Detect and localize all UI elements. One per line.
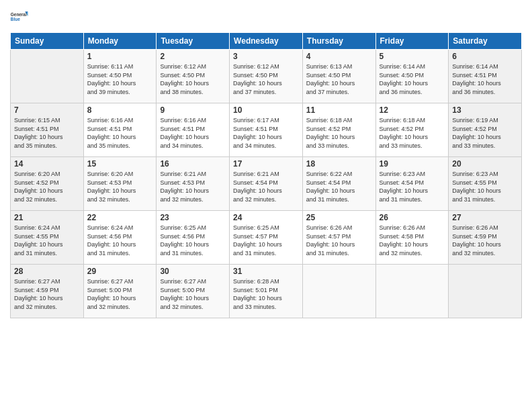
day-info: Sunrise: 6:26 AMSunset: 4:59 PMDaylight:…: [452, 224, 518, 257]
day-number: 15: [87, 159, 153, 169]
day-info: Sunrise: 6:20 AMSunset: 4:53 PMDaylight:…: [87, 170, 153, 203]
day-number: 24: [233, 213, 299, 222]
day-info: Sunrise: 6:17 AMSunset: 4:51 PMDaylight:…: [233, 116, 299, 150]
logo: GeneralBlue: [10, 7, 30, 27]
day-number: 31: [233, 267, 299, 276]
day-info: Sunrise: 6:19 AMSunset: 4:52 PMDaylight:…: [452, 116, 518, 150]
weekday-header: Friday: [375, 33, 449, 50]
calendar-cell: 1Sunrise: 6:11 AMSunset: 4:50 PMDaylight…: [83, 50, 157, 103]
calendar-cell: 23Sunrise: 6:25 AMSunset: 4:56 PMDayligh…: [157, 211, 230, 265]
calendar-cell: 28Sunrise: 6:27 AMSunset: 4:59 PMDayligh…: [11, 265, 84, 318]
weekday-header: Saturday: [449, 33, 522, 50]
calendar-cell: 18Sunrise: 6:22 AMSunset: 4:54 PMDayligh…: [302, 157, 375, 211]
day-info: Sunrise: 6:13 AMSunset: 4:50 PMDaylight:…: [306, 62, 372, 96]
day-number: 29: [87, 267, 153, 276]
logo-icon: GeneralBlue: [10, 7, 30, 27]
calendar-cell: [11, 50, 84, 103]
day-number: 11: [306, 105, 372, 115]
calendar-cell: 26Sunrise: 6:26 AMSunset: 4:58 PMDayligh…: [375, 211, 449, 265]
day-info: Sunrise: 6:16 AMSunset: 4:51 PMDaylight:…: [160, 116, 226, 150]
day-info: Sunrise: 6:14 AMSunset: 4:50 PMDaylight:…: [380, 62, 445, 96]
calendar-cell: 11Sunrise: 6:18 AMSunset: 4:52 PMDayligh…: [302, 103, 375, 157]
calendar-cell: 16Sunrise: 6:21 AMSunset: 4:53 PMDayligh…: [157, 157, 230, 211]
calendar-cell: 5Sunrise: 6:14 AMSunset: 4:50 PMDaylight…: [375, 50, 449, 103]
calendar-cell: 21Sunrise: 6:24 AMSunset: 4:55 PMDayligh…: [11, 211, 84, 265]
day-number: 27: [452, 213, 518, 222]
day-info: Sunrise: 6:18 AMSunset: 4:52 PMDaylight:…: [306, 116, 372, 150]
day-number: 21: [14, 213, 80, 222]
calendar-cell: 31Sunrise: 6:28 AMSunset: 5:01 PMDayligh…: [230, 265, 303, 318]
weekday-header: Monday: [83, 33, 157, 50]
weekday-header-row: SundayMondayTuesdayWednesdayThursdayFrid…: [11, 33, 522, 50]
calendar-cell: 30Sunrise: 6:27 AMSunset: 5:00 PMDayligh…: [157, 265, 230, 318]
weekday-header: Tuesday: [157, 33, 230, 50]
calendar-cell: 7Sunrise: 6:15 AMSunset: 4:51 PMDaylight…: [11, 103, 84, 157]
calendar-cell: 8Sunrise: 6:16 AMSunset: 4:51 PMDaylight…: [83, 103, 157, 157]
calendar-cell: 22Sunrise: 6:24 AMSunset: 4:56 PMDayligh…: [83, 211, 157, 265]
weekday-header: Thursday: [302, 33, 375, 50]
weekday-header: Sunday: [11, 33, 84, 50]
day-number: 23: [160, 213, 226, 222]
svg-text:Blue: Blue: [11, 17, 20, 21]
calendar-cell: 27Sunrise: 6:26 AMSunset: 4:59 PMDayligh…: [449, 211, 522, 265]
day-info: Sunrise: 6:21 AMSunset: 4:53 PMDaylight:…: [160, 170, 226, 203]
calendar-cell: 20Sunrise: 6:23 AMSunset: 4:55 PMDayligh…: [449, 157, 522, 211]
calendar-week-row: 7Sunrise: 6:15 AMSunset: 4:51 PMDaylight…: [11, 103, 522, 157]
day-number: 10: [233, 105, 299, 115]
day-number: 19: [380, 159, 445, 169]
day-info: Sunrise: 6:18 AMSunset: 4:52 PMDaylight:…: [380, 116, 445, 150]
calendar-cell: [375, 265, 449, 318]
calendar-cell: [302, 265, 375, 318]
day-number: 6: [452, 52, 518, 61]
day-info: Sunrise: 6:26 AMSunset: 4:57 PMDaylight:…: [306, 224, 372, 257]
calendar-week-row: 1Sunrise: 6:11 AMSunset: 4:50 PMDaylight…: [11, 50, 522, 103]
day-info: Sunrise: 6:20 AMSunset: 4:52 PMDaylight:…: [14, 170, 80, 203]
day-number: 18: [306, 159, 372, 169]
day-number: 1: [87, 52, 153, 61]
day-info: Sunrise: 6:12 AMSunset: 4:50 PMDaylight:…: [233, 62, 299, 96]
calendar-cell: 25Sunrise: 6:26 AMSunset: 4:57 PMDayligh…: [302, 211, 375, 265]
day-info: Sunrise: 6:12 AMSunset: 4:50 PMDaylight:…: [160, 62, 226, 96]
calendar-week-row: 21Sunrise: 6:24 AMSunset: 4:55 PMDayligh…: [11, 211, 522, 265]
day-number: 12: [380, 105, 445, 115]
day-number: 9: [160, 105, 226, 115]
day-info: Sunrise: 6:24 AMSunset: 4:56 PMDaylight:…: [87, 224, 153, 257]
calendar-cell: 3Sunrise: 6:12 AMSunset: 4:50 PMDaylight…: [230, 50, 303, 103]
day-number: 14: [14, 159, 80, 169]
day-info: Sunrise: 6:26 AMSunset: 4:58 PMDaylight:…: [380, 224, 445, 257]
day-info: Sunrise: 6:23 AMSunset: 4:55 PMDaylight:…: [452, 170, 518, 203]
day-number: 17: [233, 159, 299, 169]
day-number: 8: [87, 105, 153, 115]
day-info: Sunrise: 6:16 AMSunset: 4:51 PMDaylight:…: [87, 116, 153, 150]
calendar-cell: 4Sunrise: 6:13 AMSunset: 4:50 PMDaylight…: [302, 50, 375, 103]
day-info: Sunrise: 6:21 AMSunset: 4:54 PMDaylight:…: [233, 170, 299, 203]
day-number: 13: [452, 105, 518, 115]
calendar-page: GeneralBlue SundayMondayTuesdayWednesday…: [0, 0, 532, 411]
day-info: Sunrise: 6:15 AMSunset: 4:51 PMDaylight:…: [14, 116, 80, 150]
day-info: Sunrise: 6:27 AMSunset: 5:00 PMDaylight:…: [160, 277, 226, 311]
calendar-week-row: 28Sunrise: 6:27 AMSunset: 4:59 PMDayligh…: [11, 265, 522, 318]
day-number: 30: [160, 267, 226, 276]
day-info: Sunrise: 6:28 AMSunset: 5:01 PMDaylight:…: [233, 277, 299, 311]
svg-text:General: General: [11, 12, 27, 17]
day-info: Sunrise: 6:25 AMSunset: 4:57 PMDaylight:…: [233, 224, 299, 257]
day-info: Sunrise: 6:27 AMSunset: 4:59 PMDaylight:…: [14, 277, 80, 311]
calendar-cell: 19Sunrise: 6:23 AMSunset: 4:54 PMDayligh…: [375, 157, 449, 211]
day-number: 25: [306, 213, 372, 222]
calendar-cell: 24Sunrise: 6:25 AMSunset: 4:57 PMDayligh…: [230, 211, 303, 265]
calendar-cell: 12Sunrise: 6:18 AMSunset: 4:52 PMDayligh…: [375, 103, 449, 157]
calendar-cell: 2Sunrise: 6:12 AMSunset: 4:50 PMDaylight…: [157, 50, 230, 103]
day-number: 4: [306, 52, 372, 61]
calendar-cell: 14Sunrise: 6:20 AMSunset: 4:52 PMDayligh…: [11, 157, 84, 211]
day-number: 3: [233, 52, 299, 61]
day-info: Sunrise: 6:27 AMSunset: 5:00 PMDaylight:…: [87, 277, 153, 311]
day-info: Sunrise: 6:25 AMSunset: 4:56 PMDaylight:…: [160, 224, 226, 257]
day-info: Sunrise: 6:23 AMSunset: 4:54 PMDaylight:…: [380, 170, 445, 203]
calendar-cell: 13Sunrise: 6:19 AMSunset: 4:52 PMDayligh…: [449, 103, 522, 157]
weekday-header: Wednesday: [230, 33, 303, 50]
day-number: 26: [380, 213, 445, 222]
day-number: 22: [87, 213, 153, 222]
calendar-cell: 6Sunrise: 6:14 AMSunset: 4:51 PMDaylight…: [449, 50, 522, 103]
day-number: 2: [160, 52, 226, 61]
calendar-table: SundayMondayTuesdayWednesdayThursdayFrid…: [10, 32, 522, 318]
